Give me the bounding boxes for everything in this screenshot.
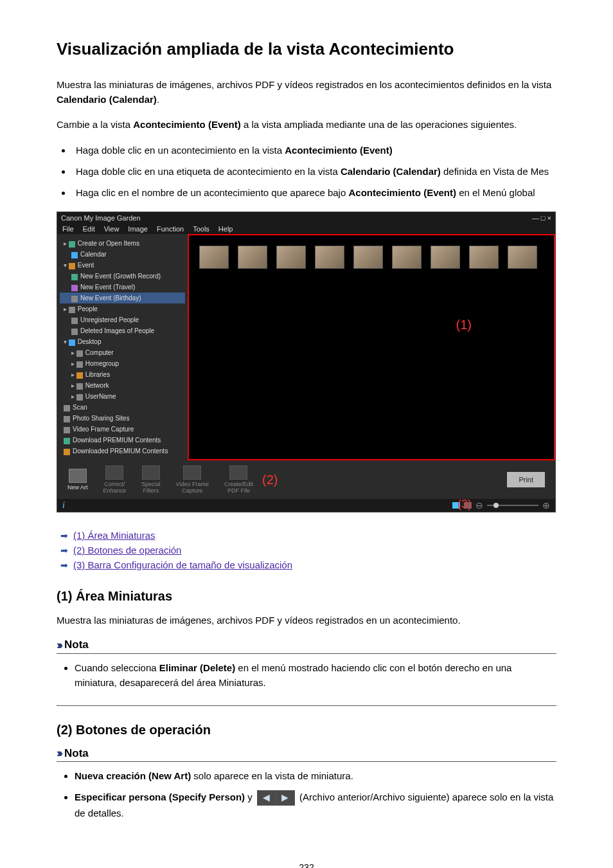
tree-item: Unregistered People: [60, 314, 185, 325]
menu-item: Function: [157, 225, 184, 233]
thumbnail: [392, 246, 422, 269]
new-art-button: New Art: [67, 469, 88, 491]
thumbnail: [469, 246, 499, 269]
window-controls: — □ ×: [532, 214, 551, 222]
anchor-item[interactable]: ➡ (1) Área Miniaturas: [57, 528, 556, 543]
prev-icon: ◀: [258, 791, 276, 805]
chevrons-icon: ›››: [57, 746, 60, 760]
video-icon: [183, 466, 201, 480]
note-list-item: Nueva creación (New Art) solo aparece en…: [75, 768, 556, 783]
callout-marker-1: (1): [456, 318, 472, 332]
menu-item: Help: [218, 225, 233, 233]
create-pdf-button: Create/Edit PDF File: [224, 466, 253, 494]
menubar: File Edit View Image Function Tools Help: [57, 224, 555, 234]
thumbnail: [315, 246, 344, 269]
list-item: Haga doble clic en una etiqueta de acont…: [72, 164, 556, 179]
tree-item: ▾ Event: [60, 260, 185, 271]
callout-marker-2: (2): [262, 473, 278, 487]
tree-item: ▾ Desktop: [60, 336, 185, 347]
thumbnail-area: (1): [188, 234, 555, 460]
app-screenshot: Canon My Image Garden — □ × File Edit Vi…: [57, 212, 556, 512]
intro-paragraph-1: Muestra las miniaturas de imágenes, arch…: [57, 77, 556, 107]
tree-item: New Event (Travel): [60, 282, 185, 293]
intro-paragraph-2: Cambie a la vista Acontecimiento (Event)…: [57, 117, 556, 132]
window-titlebar: Canon My Image Garden — □ ×: [57, 212, 555, 224]
note-list-item: Especificar persona (Specify Person) y ◀…: [75, 790, 556, 820]
arrow-right-icon: ➡: [60, 530, 68, 541]
note-block: ››› Nota Cuando selecciona Eliminar (Del…: [57, 638, 556, 707]
callout-marker-3: (3): [458, 498, 472, 511]
tree-item: ▸ Homegroup: [60, 358, 185, 369]
tree-item: ▸ Libraries: [60, 369, 185, 380]
page-number: 232: [57, 862, 556, 868]
tree-item: ▸ UserName: [60, 391, 185, 402]
thumbnail: [353, 246, 383, 269]
section-1-body: Muestra las miniaturas de imágenes, arch…: [57, 613, 556, 628]
operation-toolbar: New Art Correct/ Enhance Special Filters…: [57, 460, 555, 499]
print-button: Print: [507, 472, 545, 487]
anchor-link-area-miniaturas[interactable]: (1) Área Miniaturas: [73, 530, 155, 541]
tree-item: Deleted Images of People: [60, 325, 185, 336]
window-title: Canon My Image Garden: [61, 214, 141, 222]
tree-item: New Event (Growth Record): [60, 271, 185, 282]
tree-item: Download PREMIUM Contents: [60, 435, 185, 446]
anchor-link-botones[interactable]: (2) Botones de operación: [73, 545, 181, 556]
prev-next-icon: ◀▶: [257, 790, 295, 806]
note-title: Nota: [64, 747, 89, 760]
tree-item: Video Frame Capture: [60, 424, 185, 435]
tree-item: ▸ People: [60, 303, 185, 314]
list-item: Haga doble clic en un acontecimiento en …: [72, 143, 556, 158]
section-1-heading: (1) Área Miniaturas: [57, 589, 556, 604]
operations-list: Haga doble clic en un acontecimiento en …: [57, 143, 556, 201]
nav-tree: ▸ Create or Open Items Calendar▾ Event N…: [57, 234, 188, 460]
page-title: Visualización ampliada de la vista Acont…: [57, 39, 556, 60]
anchor-list: ➡ (1) Área Miniaturas ➡ (2) Botones de o…: [57, 528, 556, 572]
zoom-slider: [487, 505, 538, 506]
thumbnail: [431, 246, 460, 269]
next-icon: ▶: [276, 791, 294, 805]
tree-item: Scan: [60, 402, 185, 413]
thumbnail: [238, 246, 267, 269]
tree-item: ▸ Computer: [60, 347, 185, 358]
pdf-icon: [229, 466, 247, 480]
menu-item: View: [104, 225, 120, 233]
tree-item: ▸ Network: [60, 380, 185, 391]
note-title: Nota: [64, 638, 89, 651]
note-block: ››› Nota Nueva creación (New Art) solo a…: [57, 746, 556, 836]
menu-item: Image: [128, 225, 148, 233]
anchor-item[interactable]: ➡ (2) Botones de operación: [57, 543, 556, 557]
list-item: Haga clic en el nombre de un acontecimie…: [72, 185, 556, 200]
menu-item: Tools: [193, 225, 209, 233]
anchor-link-barra-config[interactable]: (3) Barra Configuración de tamaño de vis…: [73, 559, 292, 570]
thumbnail: [199, 246, 229, 269]
chevrons-icon: ›››: [57, 638, 60, 652]
menu-item: Edit: [83, 225, 95, 233]
status-bar: i (3) ⊖ ⊕: [57, 499, 555, 512]
tree-item: New Event (Birthday): [60, 293, 185, 303]
special-filters-button: Special Filters: [141, 466, 161, 494]
tree-item: Photo Sharing Sites: [60, 413, 185, 424]
thumbnail: [276, 246, 306, 269]
new-art-icon: [69, 469, 87, 483]
section-2-heading: (2) Botones de operación: [57, 723, 556, 737]
anchor-item[interactable]: ➡ (3) Barra Configuración de tamaño de v…: [57, 557, 556, 572]
note-list-item: Cuando selecciona Eliminar (Delete) en e…: [75, 660, 556, 691]
arrow-right-icon: ➡: [60, 560, 68, 570]
correct-enhance-button: Correct/ Enhance: [103, 466, 127, 494]
tree-item: ▸ Create or Open Items: [60, 238, 185, 249]
filters-icon: [142, 466, 160, 480]
arrow-right-icon: ➡: [60, 545, 68, 556]
info-icon: i: [62, 500, 65, 511]
thumbnail: [508, 246, 537, 269]
video-frame-button: Video Frame Capture: [176, 466, 209, 494]
tree-item: Downloaded PREMIUM Contents: [60, 446, 185, 457]
correct-icon: [105, 466, 123, 480]
tree-item: Calendar: [60, 249, 185, 260]
menu-item: File: [62, 225, 74, 233]
